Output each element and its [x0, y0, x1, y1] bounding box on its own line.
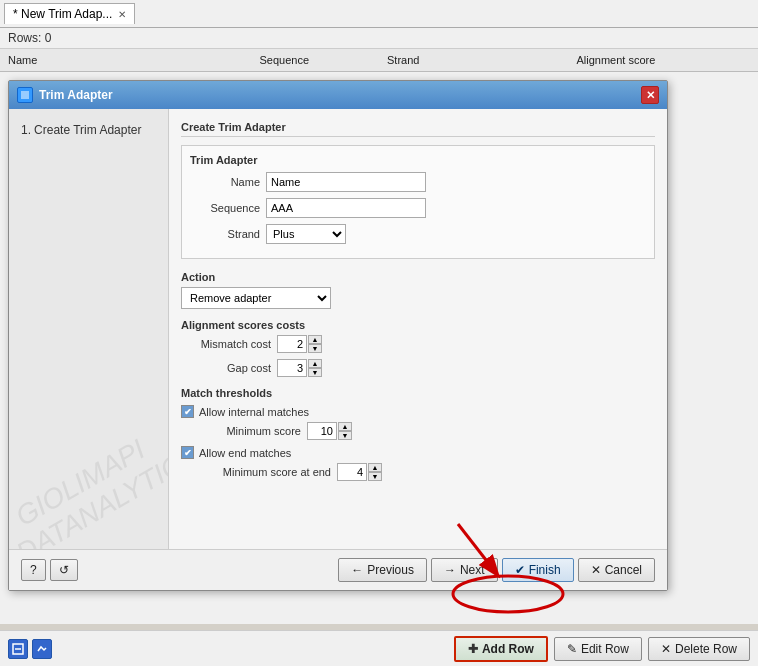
rows-bar: Rows: 0	[0, 28, 758, 49]
main-area: Trim Adapter ✕ 1. Create Trim Adapter GI…	[0, 72, 758, 624]
add-row-plus-icon: ✚	[468, 642, 478, 656]
min-score-down-button[interactable]: ▼	[338, 431, 352, 440]
next-arrow-icon: →	[444, 563, 456, 577]
min-score-end-down-button[interactable]: ▼	[368, 472, 382, 481]
col-alignment: Alignment score	[569, 52, 759, 68]
edit-row-icon: ✎	[567, 642, 577, 656]
bottom-icon-1[interactable]	[8, 639, 28, 659]
watermark: GIOLIMAPIDATANALYTICS	[9, 425, 169, 549]
strand-label: Strand	[190, 228, 260, 240]
tab-title: * New Trim Adap...	[13, 7, 112, 21]
cancel-button[interactable]: ✕ Cancel	[578, 558, 655, 582]
sequence-form-group: Sequence	[190, 198, 646, 218]
section-title: Create Trim Adapter	[181, 121, 655, 137]
allow-end-group: ✔ Allow end matches	[181, 446, 655, 459]
previous-button[interactable]: ← Previous	[338, 558, 427, 582]
dialog-close-button[interactable]: ✕	[641, 86, 659, 104]
allow-internal-label: Allow internal matches	[199, 406, 309, 418]
min-score-end-label: Minimum score at end	[201, 466, 331, 478]
dialog-titlebar: Trim Adapter ✕	[9, 81, 667, 109]
min-score-end-spinner-buttons: ▲ ▼	[368, 463, 382, 481]
col-strand: Strand	[379, 52, 569, 68]
back-arrow-icon: ↺	[59, 563, 69, 577]
min-score-end-up-button[interactable]: ▲	[368, 463, 382, 472]
footer-left-buttons: ? ↺	[21, 559, 78, 581]
add-row-button[interactable]: ✚ Add Row	[454, 636, 548, 662]
dialog-app-icon	[17, 87, 33, 103]
gap-spinner: ▲ ▼	[277, 359, 322, 377]
action-label: Action	[181, 271, 655, 283]
mismatch-label: Mismatch cost	[181, 338, 271, 350]
min-score-end-spinner: ▲ ▼	[337, 463, 382, 481]
cancel-x-icon: ✕	[591, 563, 601, 577]
mismatch-input[interactable]	[277, 335, 307, 353]
min-score-spinner-buttons: ▲ ▼	[338, 422, 352, 440]
allow-end-check-icon: ✔	[184, 448, 192, 458]
mismatch-down-button[interactable]: ▼	[308, 344, 322, 353]
gap-up-button[interactable]: ▲	[308, 359, 322, 368]
help-label: ?	[30, 563, 37, 577]
allow-internal-group: ✔ Allow internal matches	[181, 405, 655, 418]
alignment-scores-label: Alignment scores costs	[181, 319, 655, 331]
allow-internal-checkbox[interactable]: ✔	[181, 405, 194, 418]
name-label: Name	[190, 176, 260, 188]
mismatch-spinner-buttons: ▲ ▼	[308, 335, 322, 353]
sequence-label: Sequence	[190, 202, 260, 214]
bottom-icon-2[interactable]	[32, 639, 52, 659]
active-tab[interactable]: * New Trim Adap... ✕	[4, 3, 135, 24]
allow-end-label: Allow end matches	[199, 447, 291, 459]
dialog-title-left: Trim Adapter	[17, 87, 113, 103]
name-form-group: Name	[190, 172, 646, 192]
tab-bar: * New Trim Adap... ✕	[0, 0, 758, 28]
mismatch-form-group: Mismatch cost ▲ ▼	[181, 335, 655, 353]
gap-down-button[interactable]: ▼	[308, 368, 322, 377]
min-score-end-input[interactable]	[337, 463, 367, 481]
strand-form-group: Strand Plus Minus Both	[190, 224, 646, 244]
sequence-input[interactable]	[266, 198, 426, 218]
step-1-label: Create Trim Adapter	[34, 123, 141, 137]
cancel-label: Cancel	[605, 563, 642, 577]
step-1-number: 1.	[21, 123, 31, 137]
min-score-group: Minimum score ▲ ▼	[201, 422, 655, 440]
dialog-overlay: Trim Adapter ✕ 1. Create Trim Adapter GI…	[0, 72, 758, 588]
gap-spinner-buttons: ▲ ▼	[308, 359, 322, 377]
trim-adapter-dialog: Trim Adapter ✕ 1. Create Trim Adapter GI…	[8, 80, 668, 591]
name-input[interactable]	[266, 172, 426, 192]
min-score-spinner: ▲ ▼	[307, 422, 352, 440]
dialog-steps-panel: 1. Create Trim Adapter GIOLIMAPIDATANALY…	[9, 109, 169, 549]
previous-label: Previous	[367, 563, 414, 577]
strand-select[interactable]: Plus Minus Both	[266, 224, 346, 244]
back-button[interactable]: ↺	[50, 559, 78, 581]
min-score-up-button[interactable]: ▲	[338, 422, 352, 431]
add-row-label: Add Row	[482, 642, 534, 656]
finish-button[interactable]: ✔ Finish	[502, 558, 574, 582]
delete-row-icon: ✕	[661, 642, 671, 656]
step-1: 1. Create Trim Adapter	[21, 121, 156, 139]
gap-label: Gap cost	[181, 362, 271, 374]
next-label: Next	[460, 563, 485, 577]
help-button[interactable]: ?	[21, 559, 46, 581]
finish-check-icon: ✔	[515, 563, 525, 577]
action-select[interactable]: Remove adapter Trim adapter	[181, 287, 331, 309]
delete-row-button[interactable]: ✕ Delete Row	[648, 637, 750, 661]
delete-row-label: Delete Row	[675, 642, 737, 656]
tab-close-icon[interactable]: ✕	[118, 9, 126, 20]
allow-internal-check-icon: ✔	[184, 407, 192, 417]
footer-right-buttons: ← Previous → Next ✔ Finish ✕ Cancel	[338, 558, 655, 582]
prev-arrow-icon: ←	[351, 563, 363, 577]
allow-end-checkbox[interactable]: ✔	[181, 446, 194, 459]
mismatch-up-button[interactable]: ▲	[308, 335, 322, 344]
action-section: Action Remove adapter Trim adapter	[181, 271, 655, 309]
table-header: Name Sequence Strand Alignment score	[0, 49, 758, 72]
dialog-body: 1. Create Trim Adapter GIOLIMAPIDATANALY…	[9, 109, 667, 549]
col-name: Name	[0, 52, 190, 68]
trim-adapter-section-label: Trim Adapter	[190, 154, 646, 166]
alignment-scores-section: Alignment scores costs Mismatch cost ▲ ▼	[181, 319, 655, 377]
min-score-input[interactable]	[307, 422, 337, 440]
dialog-form-panel: Create Trim Adapter Trim Adapter Name Se…	[169, 109, 667, 549]
next-button[interactable]: → Next	[431, 558, 498, 582]
edit-row-button[interactable]: ✎ Edit Row	[554, 637, 642, 661]
finish-label: Finish	[529, 563, 561, 577]
rows-label: Rows: 0	[8, 31, 51, 45]
gap-input[interactable]	[277, 359, 307, 377]
